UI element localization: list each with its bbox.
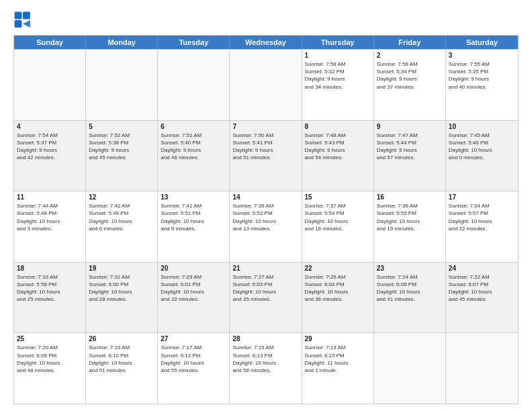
cell-date-number: 23 (377, 265, 443, 272)
cell-info: Sunrise: 7:26 AM Sunset: 6:04 PM Dayligh… (305, 273, 371, 304)
cell-info: Sunrise: 7:48 AM Sunset: 5:43 PM Dayligh… (305, 132, 371, 162)
cell-info: Sunrise: 7:22 AM Sunset: 6:07 PM Dayligh… (449, 273, 515, 304)
day-header-wednesday: Wednesday (230, 36, 302, 49)
calendar-cell: 12Sunrise: 7:42 AM Sunset: 5:49 PM Dayli… (86, 191, 158, 262)
calendar-cell: 7Sunrise: 7:50 AM Sunset: 5:41 PM Daylig… (230, 121, 302, 191)
calendar-cell: 1Sunrise: 7:58 AM Sunset: 5:32 PM Daylig… (302, 50, 374, 120)
cell-date-number: 13 (161, 193, 226, 201)
calendar-cell: 16Sunrise: 7:36 AM Sunset: 5:55 PM Dayli… (374, 191, 446, 262)
cell-date-number: 22 (305, 265, 371, 272)
calendar-cell: 3Sunrise: 7:55 AM Sunset: 5:35 PM Daylig… (446, 50, 518, 120)
cell-info: Sunrise: 7:27 AM Sunset: 6:03 PM Dayligh… (232, 273, 298, 304)
cell-date-number: 3 (449, 52, 515, 59)
calendar-cell: 25Sunrise: 7:20 AM Sunset: 6:09 PM Dayli… (14, 333, 86, 404)
calendar-cell: 24Sunrise: 7:22 AM Sunset: 6:07 PM Dayli… (446, 263, 518, 333)
calendar-cell: 2Sunrise: 7:56 AM Sunset: 5:34 PM Daylig… (374, 50, 446, 120)
calendar-cell: 19Sunrise: 7:31 AM Sunset: 6:00 PM Dayli… (86, 263, 158, 333)
cell-info: Sunrise: 7:31 AM Sunset: 6:00 PM Dayligh… (89, 273, 154, 304)
cell-date-number: 15 (305, 193, 371, 201)
cell-date-number: 2 (377, 52, 443, 59)
day-header-monday: Monday (86, 36, 158, 49)
cell-date-number: 1 (305, 52, 371, 59)
header (13, 11, 519, 30)
calendar-cell: 28Sunrise: 7:15 AM Sunset: 6:13 PM Dayli… (230, 333, 302, 404)
calendar-cell: 6Sunrise: 7:51 AM Sunset: 5:40 PM Daylig… (158, 121, 230, 191)
calendar-cell: 23Sunrise: 7:24 AM Sunset: 6:06 PM Dayli… (374, 263, 446, 333)
cell-info: Sunrise: 7:20 AM Sunset: 6:09 PM Dayligh… (17, 344, 83, 374)
cell-info: Sunrise: 7:37 AM Sunset: 5:54 PM Dayligh… (305, 202, 371, 232)
calendar-cell: 8Sunrise: 7:48 AM Sunset: 5:43 PM Daylig… (302, 121, 374, 191)
calendar-cell: 4Sunrise: 7:54 AM Sunset: 5:37 PM Daylig… (14, 121, 86, 191)
cell-info: Sunrise: 7:51 AM Sunset: 5:40 PM Dayligh… (161, 132, 226, 162)
cell-date-number: 29 (305, 335, 371, 342)
day-header-sunday: Sunday (14, 36, 86, 49)
calendar-cell: 18Sunrise: 7:33 AM Sunset: 5:58 PM Dayli… (14, 263, 86, 333)
calendar-cell: 21Sunrise: 7:27 AM Sunset: 6:03 PM Dayli… (230, 263, 302, 333)
cell-info: Sunrise: 7:29 AM Sunset: 6:01 PM Dayligh… (161, 273, 226, 304)
cell-info: Sunrise: 7:34 AM Sunset: 5:57 PM Dayligh… (449, 202, 515, 232)
cell-info: Sunrise: 7:39 AM Sunset: 5:52 PM Dayligh… (232, 202, 298, 232)
svg-rect-1 (23, 12, 30, 19)
calendar-cell: 11Sunrise: 7:44 AM Sunset: 5:48 PM Dayli… (14, 191, 86, 262)
cell-info: Sunrise: 7:55 AM Sunset: 5:35 PM Dayligh… (449, 60, 515, 91)
calendar-cell: 10Sunrise: 7:45 AM Sunset: 5:46 PM Dayli… (446, 121, 518, 191)
day-header-thursday: Thursday (302, 36, 374, 49)
calendar-header: SundayMondayTuesdayWednesdayThursdayFrid… (14, 36, 518, 49)
cell-info: Sunrise: 7:44 AM Sunset: 5:48 PM Dayligh… (17, 202, 83, 232)
day-header-tuesday: Tuesday (158, 36, 230, 49)
cell-info: Sunrise: 7:47 AM Sunset: 5:44 PM Dayligh… (377, 132, 443, 162)
calendar-page: SundayMondayTuesdayWednesdayThursdayFrid… (0, 0, 532, 411)
cell-date-number: 26 (89, 335, 154, 342)
calendar-cell: 5Sunrise: 7:52 AM Sunset: 5:38 PM Daylig… (86, 121, 158, 191)
cell-info: Sunrise: 7:56 AM Sunset: 5:34 PM Dayligh… (377, 60, 443, 91)
calendar-cell: 13Sunrise: 7:41 AM Sunset: 5:51 PM Dayli… (158, 191, 230, 262)
cell-date-number: 8 (305, 123, 371, 130)
cell-info: Sunrise: 7:50 AM Sunset: 5:41 PM Dayligh… (232, 132, 298, 162)
calendar-cell (230, 50, 302, 120)
cell-date-number: 16 (377, 193, 443, 201)
calendar-cell: 14Sunrise: 7:39 AM Sunset: 5:52 PM Dayli… (230, 191, 302, 262)
calendar-cell: 17Sunrise: 7:34 AM Sunset: 5:57 PM Dayli… (446, 191, 518, 262)
day-header-friday: Friday (374, 36, 446, 49)
cell-info: Sunrise: 7:41 AM Sunset: 5:51 PM Dayligh… (161, 202, 226, 232)
cell-info: Sunrise: 7:17 AM Sunset: 6:12 PM Dayligh… (161, 344, 226, 374)
calendar-cell: 20Sunrise: 7:29 AM Sunset: 6:01 PM Dayli… (158, 263, 230, 333)
cell-date-number: 10 (449, 123, 515, 130)
svg-marker-3 (23, 20, 30, 28)
cell-info: Sunrise: 7:33 AM Sunset: 5:58 PM Dayligh… (17, 273, 83, 304)
calendar-cell (86, 50, 158, 120)
logo (13, 11, 35, 30)
cell-info: Sunrise: 7:52 AM Sunset: 5:38 PM Dayligh… (89, 132, 154, 162)
cell-date-number: 17 (449, 193, 515, 201)
cell-date-number: 4 (17, 123, 83, 130)
cell-info: Sunrise: 7:19 AM Sunset: 6:10 PM Dayligh… (89, 344, 154, 374)
calendar-cell (374, 333, 446, 404)
calendar: SundayMondayTuesdayWednesdayThursdayFrid… (13, 35, 519, 404)
calendar-cell: 29Sunrise: 7:13 AM Sunset: 6:15 PM Dayli… (302, 333, 374, 404)
calendar-body: 1Sunrise: 7:58 AM Sunset: 5:32 PM Daylig… (14, 49, 518, 404)
cell-info: Sunrise: 7:13 AM Sunset: 6:15 PM Dayligh… (305, 344, 371, 374)
cell-info: Sunrise: 7:58 AM Sunset: 5:32 PM Dayligh… (305, 60, 371, 91)
calendar-cell: 22Sunrise: 7:26 AM Sunset: 6:04 PM Dayli… (302, 263, 374, 333)
cell-date-number: 7 (232, 123, 298, 130)
cell-info: Sunrise: 7:24 AM Sunset: 6:06 PM Dayligh… (377, 273, 443, 304)
calendar-cell (158, 50, 230, 120)
cell-info: Sunrise: 7:45 AM Sunset: 5:46 PM Dayligh… (449, 132, 515, 162)
cell-date-number: 24 (449, 265, 515, 272)
cell-date-number: 14 (232, 193, 298, 201)
cell-info: Sunrise: 7:54 AM Sunset: 5:37 PM Dayligh… (17, 132, 83, 162)
calendar-cell: 26Sunrise: 7:19 AM Sunset: 6:10 PM Dayli… (86, 333, 158, 404)
svg-rect-2 (15, 20, 22, 28)
calendar-cell: 27Sunrise: 7:17 AM Sunset: 6:12 PM Dayli… (158, 333, 230, 404)
cell-date-number: 21 (232, 265, 298, 272)
cell-date-number: 11 (17, 193, 83, 201)
calendar-row-4: 18Sunrise: 7:33 AM Sunset: 5:58 PM Dayli… (14, 262, 518, 333)
cell-date-number: 27 (161, 335, 226, 342)
cell-info: Sunrise: 7:15 AM Sunset: 6:13 PM Dayligh… (232, 344, 298, 374)
calendar-row-1: 1Sunrise: 7:58 AM Sunset: 5:32 PM Daylig… (14, 49, 518, 120)
logo-icon (13, 11, 32, 30)
cell-date-number: 19 (89, 265, 154, 272)
cell-date-number: 12 (89, 193, 154, 201)
cell-date-number: 6 (161, 123, 226, 130)
calendar-cell: 9Sunrise: 7:47 AM Sunset: 5:44 PM Daylig… (374, 121, 446, 191)
